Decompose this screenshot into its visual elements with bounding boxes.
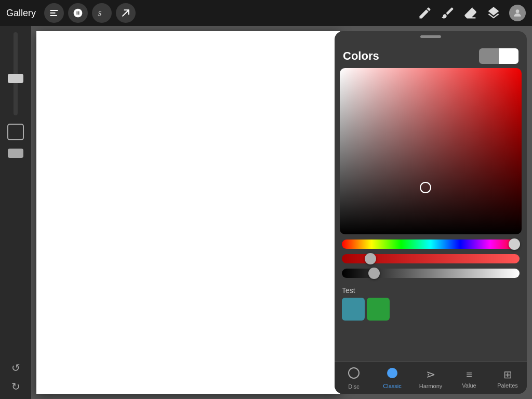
colors-title: Colors: [343, 49, 479, 63]
classic-tab-label: Classic: [383, 383, 401, 389]
classic-icon: [387, 368, 397, 381]
test-section: Test: [335, 283, 527, 324]
colors-panel: Colors T: [335, 31, 527, 394]
value-slider[interactable]: [342, 269, 520, 278]
avatar[interactable]: [509, 5, 526, 21]
hue-thumb[interactable]: [509, 238, 520, 250]
color-cursor: [420, 182, 431, 193]
brush-size-slider[interactable]: [14, 32, 18, 115]
brush-tool-button[interactable]: [441, 6, 455, 20]
opacity-thumb[interactable]: [365, 253, 376, 264]
colors-header: Colors: [335, 41, 527, 68]
tab-classic[interactable]: Classic: [373, 362, 411, 394]
brush-size-thumb[interactable]: [8, 74, 23, 83]
canvas-area: Colors T: [31, 26, 532, 399]
sidebar-bottom-controls: ↺ ↻: [11, 362, 20, 393]
sliders-section: [335, 234, 527, 283]
opacity-slider[interactable]: [342, 254, 520, 263]
gallery-button[interactable]: Gallery: [6, 8, 36, 19]
previous-color-swatch[interactable]: [479, 48, 499, 64]
svg-point-1: [516, 9, 520, 13]
harmony-icon: ⋗: [426, 368, 435, 381]
harmony-tab-label: Harmony: [419, 383, 443, 389]
shape-selector[interactable]: [7, 124, 24, 140]
svg-text:S: S: [98, 9, 102, 17]
tab-bar: Disc Classic ⋗ Harmony ≡ Value ⊞: [335, 362, 527, 394]
smudge-tool-button[interactable]: [68, 3, 88, 23]
tab-palettes[interactable]: ⊞ Palettes: [488, 362, 527, 394]
arrow-tool-button[interactable]: [116, 3, 136, 23]
canvas-paper[interactable]: [36, 31, 340, 394]
top-toolbar: Gallery S: [0, 0, 532, 26]
palette-swatch-green[interactable]: [367, 298, 390, 321]
current-color-swatch[interactable]: [499, 48, 518, 64]
tab-value[interactable]: ≡ Value: [450, 362, 488, 394]
adjust-tool-button[interactable]: [44, 3, 64, 23]
undo-button[interactable]: ↺: [11, 362, 20, 374]
left-sidebar: ↺ ↻: [0, 26, 31, 399]
pen-tool-button[interactable]: [418, 6, 432, 20]
value-tab-label: Value: [462, 382, 476, 389]
palette-swatch-teal[interactable]: [342, 298, 365, 321]
value-thumb[interactable]: [368, 268, 380, 279]
palettes-tab-label: Palettes: [497, 382, 518, 389]
tab-harmony[interactable]: ⋗ Harmony: [411, 362, 450, 394]
redo-button[interactable]: ↻: [11, 380, 20, 393]
layers-button[interactable]: [486, 6, 501, 20]
opacity-slider-thumb[interactable]: [8, 149, 23, 158]
palette-row: [342, 298, 520, 321]
eraser-tool-button[interactable]: [463, 6, 478, 20]
stroke-tool-button[interactable]: S: [92, 3, 112, 23]
value-icon: ≡: [466, 369, 472, 381]
tab-disc[interactable]: Disc: [335, 362, 373, 394]
palettes-icon: ⊞: [503, 368, 512, 381]
disc-icon: [348, 367, 360, 382]
right-tools: [418, 5, 526, 21]
disc-tab-label: Disc: [348, 383, 359, 390]
color-gradient-picker[interactable]: [340, 68, 522, 234]
drag-handle: [420, 35, 441, 38]
hue-slider[interactable]: [342, 240, 520, 249]
test-label: Test: [342, 286, 520, 295]
